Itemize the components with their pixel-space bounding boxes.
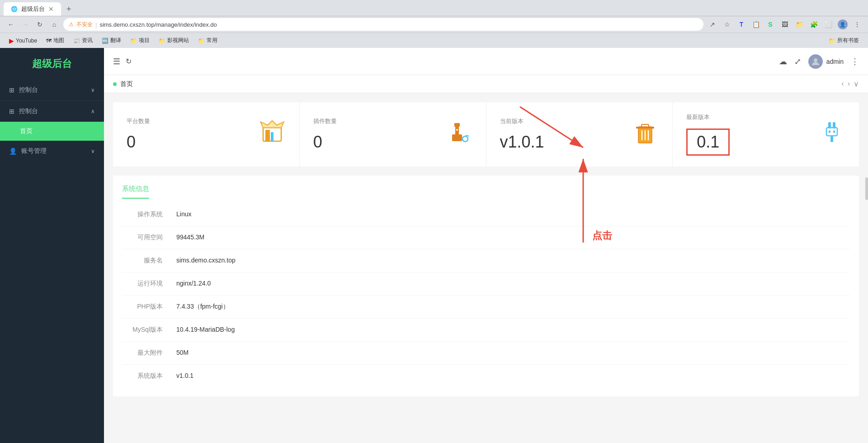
bookmark-projects[interactable]: 📁 项目 xyxy=(127,35,153,46)
common-icon: 📁 xyxy=(198,38,205,44)
stat-latest-version-icon xyxy=(818,119,845,151)
bookmark-star-btn[interactable]: ☆ xyxy=(722,19,732,30)
main-content: ☰ ↻ ☁ ⤢ admin ⋮ 首页 ‹ › ∨ xyxy=(104,48,868,443)
sidebar-item-account-label: 账号管理 xyxy=(21,147,47,155)
bookmark-translate[interactable]: 🔤 翻译 xyxy=(98,35,125,46)
header-username: admin xyxy=(826,58,844,65)
forward-btn[interactable]: → xyxy=(20,19,31,30)
sidebar-item-home[interactable]: 首页 xyxy=(0,122,104,141)
reload-btn[interactable]: ↻ xyxy=(34,19,45,30)
all-bookmarks-label: 所有书签 xyxy=(837,37,859,44)
translate-ext[interactable]: T xyxy=(736,19,747,30)
svg-rect-19 xyxy=(830,136,833,142)
info-value-env: nginx/1.24.0 xyxy=(176,280,211,288)
tab-close[interactable]: ✕ xyxy=(48,5,54,13)
clipboard-ext[interactable]: 📋 xyxy=(750,19,761,30)
info-label-env: 运行环境 xyxy=(122,280,176,288)
svg-rect-7 xyxy=(452,134,462,141)
bookmarks-bar: ▶ YouTube 🗺 地图 📰 资讯 🔤 翻译 📁 项目 📁 影视网站 📁 常… xyxy=(0,33,868,48)
stat-plugin-icon xyxy=(445,119,472,151)
sidebar: 超级后台 ⊞ 控制台 ∨ ⊞ 控制台 ∧ 首页 xyxy=(0,48,104,443)
info-label-mysql: MySql版本 xyxy=(122,326,176,334)
svg-rect-3 xyxy=(271,132,274,141)
chrome-menu-btn[interactable]: ⋮ xyxy=(852,19,863,30)
tab-title: 超级后台 xyxy=(21,5,45,13)
breadcrumb-next[interactable]: › xyxy=(848,80,850,88)
bookmark-news[interactable]: 📰 资讯 xyxy=(70,35,96,46)
header-more-btn[interactable]: ⋮ xyxy=(851,57,859,67)
stat-current-version-icon xyxy=(632,119,659,151)
info-label-server: 服务名 xyxy=(122,257,176,265)
bookmark-maps[interactable]: 🗺 地图 xyxy=(42,35,68,46)
extensions-btn[interactable]: 🧩 xyxy=(808,19,819,30)
info-label-sysver: 系统版本 xyxy=(122,372,176,380)
stat-platform-icon xyxy=(259,119,286,151)
menu-toggle-btn[interactable]: ☰ xyxy=(113,57,120,67)
info-label-php: PHP版本 xyxy=(122,303,176,311)
sidebar-item-dashboard2[interactable]: ⊞ 控制台 ∧ xyxy=(0,100,104,122)
scrollbar-thumb[interactable] xyxy=(865,177,868,200)
info-row-os: 操作系统 Linux xyxy=(122,203,850,226)
stat-latest-version-value: 0.1 xyxy=(686,129,730,156)
header-refresh-btn[interactable]: ↻ xyxy=(126,57,132,66)
header-left: ☰ ↻ xyxy=(113,57,132,67)
system-info-section: 系统信息 操作系统 Linux 可用空间 99445.3M 服务名 sims.d… xyxy=(113,176,859,396)
svg-rect-2 xyxy=(265,130,270,141)
svg-rect-18 xyxy=(826,128,837,136)
folder-ext[interactable]: 📁 xyxy=(794,19,805,30)
image-ext[interactable]: 🖼 xyxy=(779,19,790,30)
account-icon: 👤 xyxy=(9,148,17,155)
security-label: 不安全 xyxy=(76,21,93,29)
bookmark-movies[interactable]: 📁 影视网站 xyxy=(155,35,193,46)
breadcrumb-collapse[interactable]: ∨ xyxy=(854,80,859,88)
header-user[interactable]: admin xyxy=(808,54,844,69)
dashboard1-icon: ⊞ xyxy=(9,86,14,94)
dashboard2-icon: ⊞ xyxy=(9,108,14,115)
sidebar-item-dashboard1[interactable]: ⊞ 控制台 ∨ xyxy=(0,80,104,100)
bookmark-youtube[interactable]: ▶ YouTube xyxy=(5,36,41,46)
bookmark-news-label: 资讯 xyxy=(82,37,93,44)
sidebar-item-account[interactable]: 👤 账号管理 ∨ xyxy=(0,141,104,162)
stat-platform-label: 平台数量 xyxy=(127,117,150,125)
breadcrumb-prev[interactable]: ‹ xyxy=(841,80,844,88)
all-bookmarks-icon: 📁 xyxy=(829,38,835,44)
info-value-attachment: 50M xyxy=(176,349,189,357)
stat-latest-version[interactable]: 最新版本 0.1 xyxy=(673,102,859,167)
address-bar[interactable]: ⚠ 不安全 | sims.demo.cxszn.top/manage/index… xyxy=(63,18,703,31)
bookmark-common[interactable]: 📁 常用 xyxy=(194,35,221,46)
stat-current-version: 当前版本 v1.0.1 xyxy=(486,102,673,167)
screen-btn[interactable]: ⬜ xyxy=(823,19,834,30)
stat-plugin: 插件数量 0 xyxy=(300,102,486,167)
profile-btn[interactable]: 👤 xyxy=(837,19,848,30)
sidebar-item-dashboard1-label: 控制台 xyxy=(19,86,38,94)
home-btn[interactable]: ⌂ xyxy=(49,19,60,30)
info-label-attachment: 最大附件 xyxy=(122,349,176,357)
sidebar-item-dashboard2-left: ⊞ 控制台 xyxy=(9,107,38,115)
cloud-btn[interactable]: ☁ xyxy=(779,57,787,67)
info-value-os: Linux xyxy=(176,210,191,219)
expand-btn[interactable]: ⤢ xyxy=(794,57,801,67)
all-bookmarks[interactable]: 📁 所有书签 xyxy=(825,35,863,46)
info-value-server: sims.demo.cxszn.top xyxy=(176,257,236,265)
sidebar-item-dashboard2-label: 控制台 xyxy=(19,107,38,115)
info-value-sysver: v1.0.1 xyxy=(176,372,193,380)
browser-chrome: 🌐 超级后台 ✕ + ← → ↻ ⌂ ⚠ 不安全 | sims.demo.cxs… xyxy=(0,0,868,48)
info-value-php: 7.4.33（fpm-fcgi） xyxy=(176,303,229,311)
url-text: sims.demo.cxszn.top/manage/index/index.d… xyxy=(99,21,217,28)
info-label-os: 操作系统 xyxy=(122,210,176,219)
sidebar-menu: ⊞ 控制台 ∨ ⊞ 控制台 ∧ 首页 👤 账号 xyxy=(0,80,104,443)
sgreen-ext[interactable]: S xyxy=(765,19,776,30)
browser-action-bar: ↗ ☆ T 📋 S 🖼 📁 🧩 ⬜ 👤 ⋮ xyxy=(707,19,863,30)
new-tab-btn[interactable]: + xyxy=(61,2,77,16)
sidebar-item-dashboard1-left: ⊞ 控制台 xyxy=(9,86,38,94)
app-container: 超级后台 ⊞ 控制台 ∨ ⊞ 控制台 ∧ 首页 xyxy=(0,48,868,443)
stat-platform: 平台数量 0 xyxy=(113,102,300,167)
back-btn[interactable]: ← xyxy=(5,19,16,30)
user-avatar xyxy=(808,54,823,69)
stat-platform-left: 平台数量 0 xyxy=(127,117,150,152)
breadcrumb-label: 首页 xyxy=(120,80,133,88)
info-row-space: 可用空间 99445.3M xyxy=(122,226,850,249)
svg-point-20 xyxy=(829,130,831,133)
top-header: ☰ ↻ ☁ ⤢ admin ⋮ xyxy=(104,48,868,75)
share-btn[interactable]: ↗ xyxy=(707,19,718,30)
